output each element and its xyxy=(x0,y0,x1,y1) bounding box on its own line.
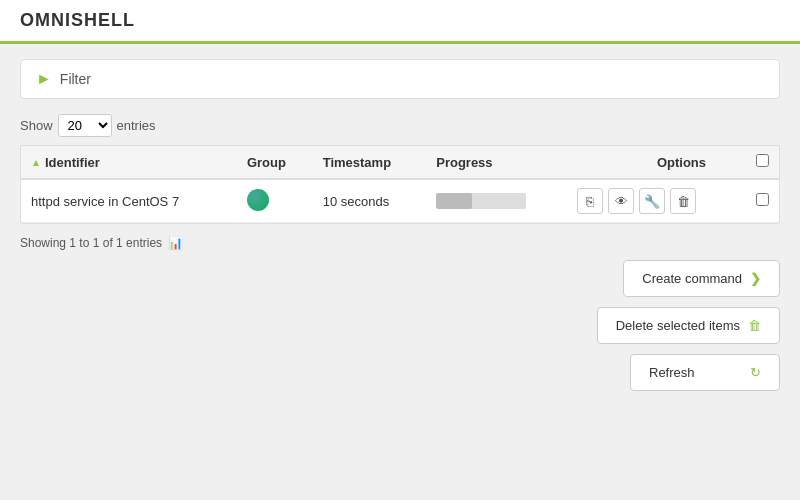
action-copy-btn[interactable]: ⎘ xyxy=(577,188,603,214)
table-wrapper: ▲ Identifier Group Timestamp Progress Op… xyxy=(20,145,780,224)
app-title: OMNISHELL xyxy=(20,10,135,30)
th-progress: Progress xyxy=(426,146,567,179)
select-all-checkbox[interactable] xyxy=(756,154,769,167)
entries-label: entries xyxy=(117,118,156,133)
table-controls: Show 20 10 50 100 entries xyxy=(20,114,780,137)
refresh-icon: ↻ xyxy=(750,365,761,380)
row-group xyxy=(237,179,313,223)
create-command-arrow-icon: ❯ xyxy=(750,271,761,286)
globe-icon xyxy=(247,189,269,211)
delete-selected-button[interactable]: Delete selected items 🗑 xyxy=(597,307,780,344)
delete-selected-label: Delete selected items xyxy=(616,318,740,333)
showing-text: Showing 1 to 1 of 1 entries xyxy=(20,236,162,250)
row-timestamp: 10 seconds xyxy=(313,179,427,223)
buttons-area: Create command ❯ Delete selected items 🗑… xyxy=(20,260,780,391)
action-view-btn[interactable]: 👁 xyxy=(608,188,634,214)
sort-icon: ▲ xyxy=(31,157,41,168)
main-content: ► Filter Show 20 10 50 100 entries xyxy=(0,44,800,500)
table-icon: 📊 xyxy=(168,236,183,250)
row-options: ⎘ 👁 🔧 🗑 xyxy=(567,179,746,223)
filter-chevron-icon: ► xyxy=(36,70,52,88)
table-header-row: ▲ Identifier Group Timestamp Progress Op… xyxy=(21,146,779,179)
th-group: Group xyxy=(237,146,313,179)
delete-trash-icon: 🗑 xyxy=(748,318,761,333)
action-delete-btn[interactable]: 🗑 xyxy=(670,188,696,214)
header: OMNISHELL xyxy=(0,0,800,44)
filter-box[interactable]: ► Filter xyxy=(20,59,780,99)
create-command-label: Create command xyxy=(642,271,742,286)
th-select-all xyxy=(746,146,779,179)
refresh-label: Refresh xyxy=(649,365,695,380)
th-identifier: ▲ Identifier xyxy=(21,146,237,179)
show-label: Show xyxy=(20,118,53,133)
row-checkbox-cell xyxy=(746,179,779,223)
app-container: OMNISHELL ► Filter Show 20 10 50 100 ent… xyxy=(0,0,800,500)
row-checkbox[interactable] xyxy=(756,193,769,206)
entries-select[interactable]: 20 10 50 100 xyxy=(58,114,112,137)
th-options: Options xyxy=(567,146,746,179)
table-row: httpd service in CentOS 7 10 seconds xyxy=(21,179,779,223)
row-identifier: httpd service in CentOS 7 xyxy=(21,179,237,223)
progress-bar-fill xyxy=(436,193,472,209)
main-table: ▲ Identifier Group Timestamp Progress Op… xyxy=(21,146,779,223)
row-progress xyxy=(426,179,567,223)
refresh-button[interactable]: Refresh ↻ xyxy=(630,354,780,391)
progress-bar-container xyxy=(436,193,526,209)
action-edit-btn[interactable]: 🔧 xyxy=(639,188,665,214)
filter-label: Filter xyxy=(60,71,91,87)
showing-text-container: Showing 1 to 1 of 1 entries 📊 xyxy=(20,236,780,250)
action-icons: ⎘ 👁 🔧 🗑 xyxy=(577,188,736,214)
th-timestamp: Timestamp xyxy=(313,146,427,179)
create-command-button[interactable]: Create command ❯ xyxy=(623,260,780,297)
